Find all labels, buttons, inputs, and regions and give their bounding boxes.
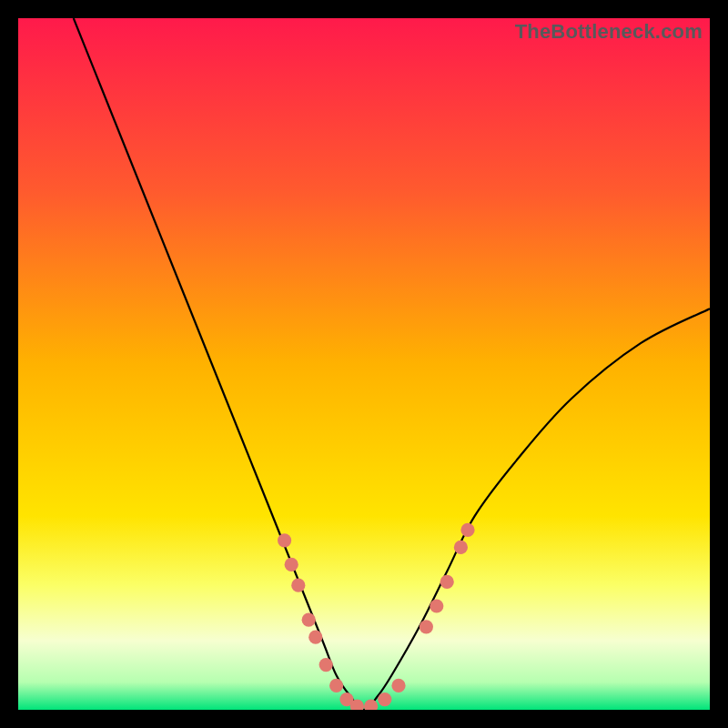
bottleneck-chart [18, 18, 710, 710]
chart-frame: TheBottleneck.com [18, 18, 710, 710]
highlight-point [420, 620, 433, 633]
highlight-point [319, 658, 333, 672]
highlight-point [378, 693, 391, 706]
highlight-point [278, 533, 291, 547]
highlight-point [391, 679, 405, 693]
highlight-point [430, 599, 443, 612]
highlight-point [285, 558, 298, 571]
highlight-point [440, 575, 454, 589]
highlight-point [302, 613, 316, 627]
chart-background [18, 18, 710, 710]
highlight-point [291, 579, 305, 592]
highlight-point [329, 679, 343, 693]
watermark-text: TheBottleneck.com [515, 20, 703, 44]
highlight-point [308, 631, 322, 644]
highlight-point [454, 541, 468, 554]
highlight-point [460, 523, 474, 537]
